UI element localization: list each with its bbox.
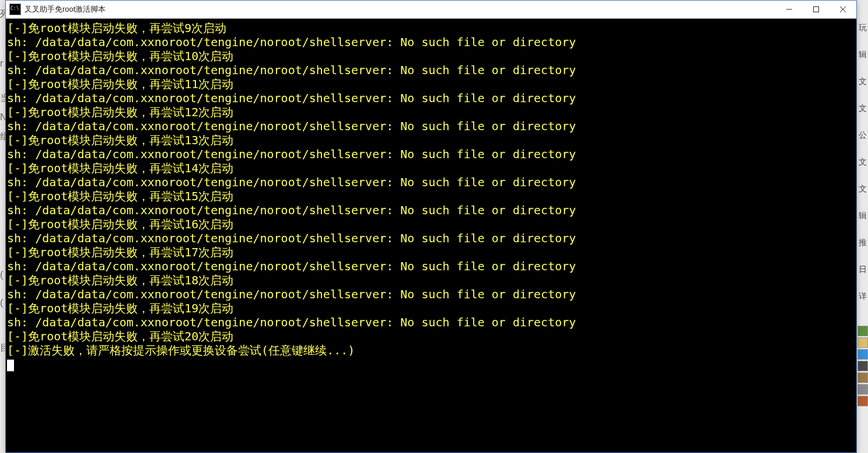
- bg-glyph: (: [0, 270, 3, 280]
- bg-glyph: r: [0, 58, 3, 69]
- desktop: 列 r 当 N 组 ( ( 目 玩 辑 文 文 公 文 文 辑 推 日 详 UC…: [0, 0, 868, 453]
- svg-rect-1: [814, 7, 819, 12]
- window-controls: [776, 1, 856, 18]
- side-label: 文: [859, 77, 867, 85]
- titlebar[interactable]: 叉叉助手免root激活脚本: [6, 1, 856, 19]
- side-label: 公: [859, 131, 867, 139]
- side-label: 文: [859, 184, 867, 193]
- text-cursor: [7, 360, 14, 371]
- window-title: 叉叉助手免root激活脚本: [24, 4, 776, 15]
- side-label: 辑: [859, 211, 867, 219]
- close-button[interactable]: [830, 1, 856, 18]
- side-label: 文: [859, 104, 867, 112]
- maximize-button[interactable]: [803, 1, 830, 18]
- cmd-window: 叉叉助手免root激活脚本 [-]免root模块启动失败，再尝试9次启动 sh:…: [5, 0, 857, 453]
- side-label: 玩: [859, 23, 867, 32]
- right-thumbnail-stack: [858, 326, 868, 406]
- cmd-icon: [9, 4, 21, 15]
- side-label: 辑: [859, 50, 867, 58]
- side-label: 推: [859, 238, 867, 246]
- side-label: 日: [859, 265, 867, 273]
- console-output[interactable]: [-]免root模块启动失败，再尝试9次启动 sh: /data/data/co…: [6, 19, 856, 452]
- side-label: 文: [859, 158, 867, 166]
- minimize-button[interactable]: [776, 1, 803, 18]
- bg-glyph: (: [0, 298, 3, 308]
- console-text: [-]免root模块启动失败，再尝试9次启动 sh: /data/data/co…: [7, 21, 855, 357]
- side-label: 详: [859, 292, 867, 300]
